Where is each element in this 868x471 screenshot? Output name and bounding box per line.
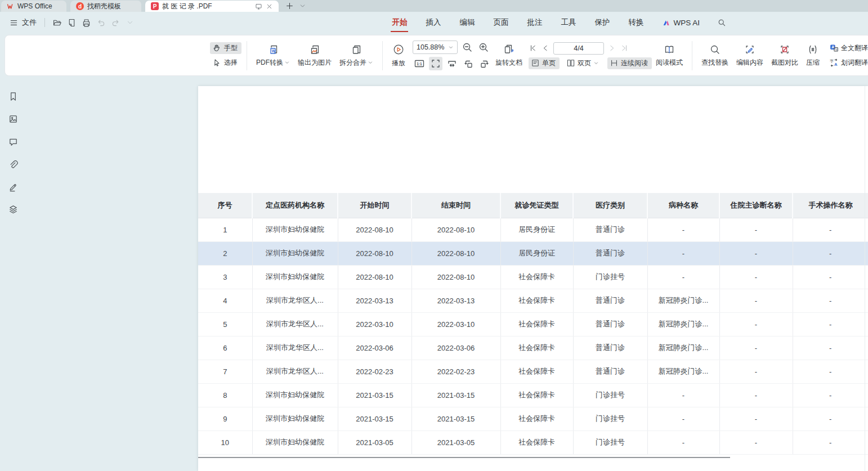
previous-page-icon[interactable] [541, 44, 549, 52]
tab-list-chevron-icon[interactable] [299, 3, 306, 9]
export-image-label: 输出为图片 [298, 58, 332, 68]
table-cell: - [793, 430, 868, 454]
edit-content-button[interactable]: 编辑内容 [732, 44, 767, 68]
full-text-translate-button[interactable]: A文 全文翻译 [827, 42, 868, 54]
table-row: 4深圳市龙华区人...2022-03-132022-03-13社会保障卡普通门诊… [198, 289, 868, 312]
menu-item-page[interactable]: 页面 [492, 14, 509, 31]
zoom-out-button[interactable] [460, 41, 474, 54]
table-cell: 2022-03-10 [411, 312, 500, 336]
table-cell: 2021-03-15 [338, 407, 411, 430]
table-cell: 2022-08-10 [338, 241, 411, 265]
single-page-button[interactable]: 单页 [529, 57, 560, 69]
last-page-icon[interactable] [620, 44, 629, 52]
table-cell: 2022-08-10 [338, 218, 411, 241]
close-tab-icon[interactable] [266, 3, 273, 10]
attachments-panel-button[interactable] [7, 158, 19, 171]
fit-width-button[interactable] [445, 57, 459, 70]
fit-page-icon [430, 58, 441, 69]
chevron-down-icon [284, 60, 290, 65]
menu-item-insert[interactable]: 插入 [424, 14, 442, 31]
table-cell: 深圳市妇幼保健院 [252, 430, 338, 454]
file-menu-button[interactable]: 文件 [6, 15, 40, 30]
redo-button[interactable] [109, 16, 122, 29]
layers-panel-button[interactable] [7, 203, 19, 216]
table-cell: 2022-08-10 [411, 218, 500, 241]
thumbnails-panel-button[interactable] [7, 113, 19, 125]
hand-tool-label: 手型 [224, 43, 238, 53]
quick-access-chevron[interactable] [123, 16, 137, 29]
compress-button[interactable]: 压缩 [802, 44, 824, 68]
rotate-document-button[interactable]: 旋转文档 [491, 44, 526, 68]
table-cell: 居民身份证 [500, 241, 573, 265]
double-page-button[interactable]: 双页 [564, 57, 603, 69]
table-cell: 深圳市龙华区人... [252, 360, 338, 383]
table-cell: 2021-03-15 [338, 383, 411, 407]
table-row: 6深圳市龙华区人...2022-03-062022-03-06社会保障卡普通门诊… [198, 336, 868, 360]
fit-page-button[interactable] [429, 57, 442, 70]
zoom-level-dropdown[interactable]: 105.88% [413, 41, 458, 54]
play-button[interactable]: 播放 [388, 43, 409, 68]
menu-item-edit[interactable]: 编辑 [458, 14, 476, 31]
menu-item-convert[interactable]: 转换 [627, 14, 645, 31]
save-button[interactable] [65, 16, 78, 29]
menu-search-icon[interactable] [717, 18, 726, 27]
print-button[interactable] [79, 16, 93, 29]
split-merge-button[interactable]: 拆分合并 [335, 44, 377, 68]
hand-tool-button[interactable]: 手型 [210, 42, 241, 54]
table-cell: - [719, 312, 793, 336]
signature-panel-button[interactable] [7, 181, 19, 193]
zoom-in-button[interactable] [477, 41, 490, 54]
divider [44, 18, 45, 27]
new-tab-button[interactable] [285, 2, 294, 10]
word-translate-button[interactable]: 字A 划词翻译 [827, 57, 868, 69]
zoom-in-icon [478, 42, 489, 53]
table-cell: - [719, 430, 793, 454]
pdf-convert-label: PDF转换 [256, 58, 283, 68]
table-row: 7深圳市龙华区人...2022-02-232022-02-23社会保障卡普通门诊… [198, 360, 868, 383]
chevron-down-icon [448, 44, 454, 50]
screenshot-compare-label: 截图对比 [771, 58, 798, 68]
menu-item-protect[interactable]: 保护 [593, 14, 611, 31]
menu-bar: 文件 开始 插入 编辑 页面 批注 工具 保护 转换 [0, 12, 868, 33]
bookmarks-panel-button[interactable] [7, 90, 19, 102]
pdf-convert-button[interactable]: W PDF转换 [252, 44, 294, 68]
table-cell: 5 [198, 312, 252, 336]
continuous-reading-button[interactable]: 连续阅读 [607, 57, 652, 69]
table-cell: 6 [198, 336, 252, 360]
menu-item-home[interactable]: 开始 [391, 14, 408, 31]
select-tool-button[interactable]: 选择 [210, 57, 241, 69]
ribbon-menu: 开始 插入 编辑 页面 批注 工具 保护 转换 WPS AI [391, 14, 726, 31]
table-cell: 深圳市妇幼保健院 [252, 407, 338, 430]
page-indicator-input[interactable] [553, 42, 604, 55]
table-cell: 3 [198, 265, 252, 289]
monitor-icon[interactable] [255, 3, 262, 10]
open-file-button[interactable] [50, 16, 64, 29]
tab-document-pdf[interactable]: P 就 医 记 录 .PDF [145, 1, 279, 12]
comments-panel-button[interactable] [7, 136, 19, 148]
table-cell: 7 [198, 360, 252, 383]
undo-button[interactable] [94, 16, 108, 29]
wps-ai-logo-icon [662, 19, 670, 27]
printer-icon [82, 18, 91, 28]
chevron-down-icon [127, 19, 133, 26]
export-image-button[interactable]: 输出为图片 [294, 44, 335, 68]
table-cell: - [647, 241, 719, 265]
screenshot-compare-button[interactable]: 截图对比 [767, 44, 802, 68]
rotate-right-button[interactable] [478, 57, 491, 70]
select-tool-label: 选择 [224, 58, 238, 68]
actual-size-button[interactable]: 1:1 [413, 57, 426, 70]
first-page-icon[interactable] [529, 44, 537, 52]
menu-item-wps-ai[interactable]: WPS AI [661, 15, 701, 30]
table-cell: - [719, 360, 793, 383]
single-page-icon [531, 59, 540, 68]
next-page-icon[interactable] [608, 44, 616, 52]
word-translate-icon: 字A [829, 58, 839, 68]
tab-docer-templates[interactable]: d 找稻壳模板 [70, 1, 141, 12]
read-mode-button[interactable]: 阅读模式 [652, 44, 687, 68]
menu-item-tools[interactable]: 工具 [560, 14, 577, 31]
find-replace-button[interactable]: 查找替换 [697, 44, 732, 68]
menu-item-annotate[interactable]: 批注 [526, 14, 543, 31]
tab-wps-office[interactable]: WPS Office [1, 1, 66, 12]
wps-logo-icon [7, 3, 14, 10]
rotate-left-button[interactable] [462, 57, 475, 70]
